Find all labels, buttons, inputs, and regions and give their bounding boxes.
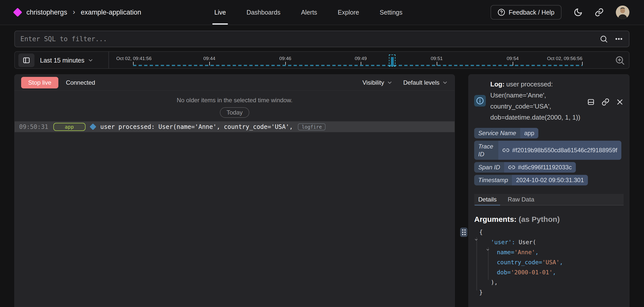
search-icon[interactable] bbox=[600, 35, 608, 43]
tab-details[interactable]: Details bbox=[478, 194, 497, 205]
field-value: 2024-10-02 09:50:31.301 bbox=[512, 175, 588, 185]
code-token: '2000-01-01' bbox=[511, 269, 552, 276]
logfire-logo-icon[interactable] bbox=[13, 8, 22, 17]
theme-toggle-moon-icon[interactable] bbox=[574, 8, 583, 17]
code-token: } bbox=[479, 289, 483, 296]
live-panel-header: Stop live Connected Visibility Default l… bbox=[15, 75, 455, 91]
timeline-bar: Last 15 minutes Oct 02, 09:41:56 09:44 0… bbox=[14, 51, 629, 69]
timeline-tick-label: 09:51 bbox=[431, 56, 443, 61]
field-label: Trace ID bbox=[474, 141, 498, 160]
default-levels-dropdown[interactable]: Default levels bbox=[403, 79, 448, 86]
span-id-field[interactable]: Span ID #d5c996f11192033c bbox=[474, 162, 576, 173]
nav-right-cluster: Feedback / Help bbox=[491, 0, 629, 25]
user-avatar[interactable] bbox=[616, 6, 629, 19]
field-label: Service Name bbox=[474, 128, 520, 138]
field-value: app bbox=[520, 128, 538, 138]
visibility-dropdown[interactable]: Visibility bbox=[363, 79, 393, 86]
chevron-down-icon bbox=[387, 80, 393, 86]
timeline-tick-label: 09:54 bbox=[507, 56, 519, 61]
stop-live-button[interactable]: Stop live bbox=[21, 77, 58, 88]
more-options-icon[interactable] bbox=[614, 35, 623, 43]
code-token: 'Anne' bbox=[514, 249, 535, 255]
field-label: Timestamp bbox=[474, 175, 512, 185]
main-tabs: Live Dashboards Alerts Explore Settings bbox=[214, 0, 403, 25]
log-detail-panel: Log: user processed: User(name='Anne', c… bbox=[468, 74, 629, 307]
visibility-label: Visibility bbox=[363, 79, 384, 86]
default-levels-label: Default levels bbox=[403, 79, 439, 86]
dock-panel-icon[interactable] bbox=[587, 81, 595, 123]
service-badge[interactable]: app bbox=[53, 123, 86, 131]
question-circle-icon bbox=[498, 9, 505, 16]
live-log-panel: Stop live Connected Visibility Default l… bbox=[14, 74, 455, 307]
arguments-heading: Arguments: (as Python) bbox=[474, 215, 624, 224]
timeline-tick-label: 09:49 bbox=[355, 56, 367, 61]
field-label: Span ID bbox=[474, 162, 504, 173]
breadcrumb-separator-icon: › bbox=[73, 8, 75, 16]
tab-alerts[interactable]: Alerts bbox=[301, 0, 317, 25]
tab-explore[interactable]: Explore bbox=[338, 0, 359, 25]
code-token: 'user': bbox=[491, 239, 515, 245]
detail-title: Log: user processed: User(name='Anne', c… bbox=[490, 79, 584, 123]
code-token: User( bbox=[515, 239, 536, 245]
timeline-tick-label: 09:44 bbox=[203, 56, 215, 61]
tab-dashboards[interactable]: Dashboards bbox=[247, 0, 280, 25]
log-message: user processed: User(name='Anne', countr… bbox=[100, 123, 293, 130]
logfire-tag[interactable]: logfire bbox=[298, 123, 326, 130]
timestamp-field: Timestamp 2024-10-02 09:50:31.301 bbox=[474, 175, 588, 185]
close-icon[interactable] bbox=[616, 81, 624, 123]
code-line: country_code='USA', bbox=[474, 257, 624, 267]
share-link-icon[interactable] bbox=[595, 8, 604, 17]
empty-notice: No older items in the selected time wind… bbox=[15, 97, 455, 104]
log-level-diamond-icon bbox=[90, 123, 96, 130]
zoom-in-icon[interactable] bbox=[615, 55, 625, 65]
service-name-field: Service Name app bbox=[474, 128, 538, 138]
timeline-selection-box[interactable] bbox=[389, 55, 395, 67]
breadcrumb-org[interactable]: christophergs bbox=[26, 9, 67, 16]
code-token: name= bbox=[497, 249, 514, 255]
timeline-activity-baseline bbox=[133, 65, 582, 66]
code-token: country_code= bbox=[497, 259, 542, 266]
top-nav: christophergs › example-application Live… bbox=[0, 0, 644, 25]
code-token: ), bbox=[491, 279, 498, 286]
code-line: dob='2000-01-01', bbox=[474, 267, 624, 277]
code-token: , bbox=[535, 249, 539, 255]
arguments-subtitle: (as Python) bbox=[516, 215, 560, 223]
detail-tabs: Details Raw Data bbox=[474, 194, 624, 206]
arguments-title: Arguments: bbox=[474, 215, 516, 223]
tab-settings[interactable]: Settings bbox=[380, 0, 402, 25]
breadcrumb-project[interactable]: example-application bbox=[81, 9, 141, 16]
log-row[interactable]: 09:50:31 app user processed: User(name='… bbox=[15, 121, 455, 132]
link-icon[interactable] bbox=[502, 147, 509, 154]
copy-link-icon[interactable] bbox=[601, 81, 610, 123]
detail-header: Log: user processed: User(name='Anne', c… bbox=[474, 79, 624, 123]
feedback-help-label: Feedback / Help bbox=[509, 9, 554, 16]
today-pill[interactable]: Today bbox=[220, 107, 249, 118]
sql-filter-input[interactable] bbox=[20, 35, 600, 43]
timeline-track[interactable]: Oct 02, 09:41:56 09:44 09:46 09:49 09:51… bbox=[15, 52, 629, 68]
code-line: } bbox=[474, 287, 624, 297]
timeline-tick-label: Oct 02, 09:56:56 bbox=[547, 56, 583, 61]
arguments-python-tree: { 'user': User( name='Anne', country_cod… bbox=[474, 227, 624, 297]
connection-status: Connected bbox=[66, 79, 95, 86]
trace-id-field[interactable]: Trace ID #f2019b98b550cd8a61546c2f918895… bbox=[474, 141, 621, 160]
detail-title-kind: Log: bbox=[490, 80, 504, 88]
timeline-tick-label: 09:46 bbox=[279, 56, 291, 61]
field-value: #f2019b98b550cd8a61546c2f9188959f bbox=[512, 147, 617, 154]
timeline-tick-label: Oct 02, 09:41:56 bbox=[116, 56, 152, 61]
code-line: { bbox=[474, 227, 624, 237]
sql-filter-bar bbox=[14, 31, 629, 47]
code-token: dob= bbox=[497, 269, 511, 276]
panel-resize-grip[interactable] bbox=[460, 228, 467, 237]
detail-fields: Service Name app Trace ID #f2019b98b550c… bbox=[474, 128, 624, 185]
breadcrumb: christophergs › example-application bbox=[14, 9, 141, 16]
code-line: 'user': User( bbox=[474, 237, 624, 247]
code-line: name='Anne', bbox=[474, 247, 624, 257]
code-token: , bbox=[559, 259, 563, 266]
tab-raw-data[interactable]: Raw Data bbox=[508, 194, 534, 205]
feedback-help-button[interactable]: Feedback / Help bbox=[491, 5, 561, 20]
link-icon[interactable] bbox=[508, 164, 515, 171]
tab-live[interactable]: Live bbox=[214, 0, 226, 25]
code-token: 'USA' bbox=[542, 259, 559, 266]
code-token: , bbox=[553, 269, 556, 276]
log-timestamp: 09:50:31 bbox=[19, 123, 48, 130]
